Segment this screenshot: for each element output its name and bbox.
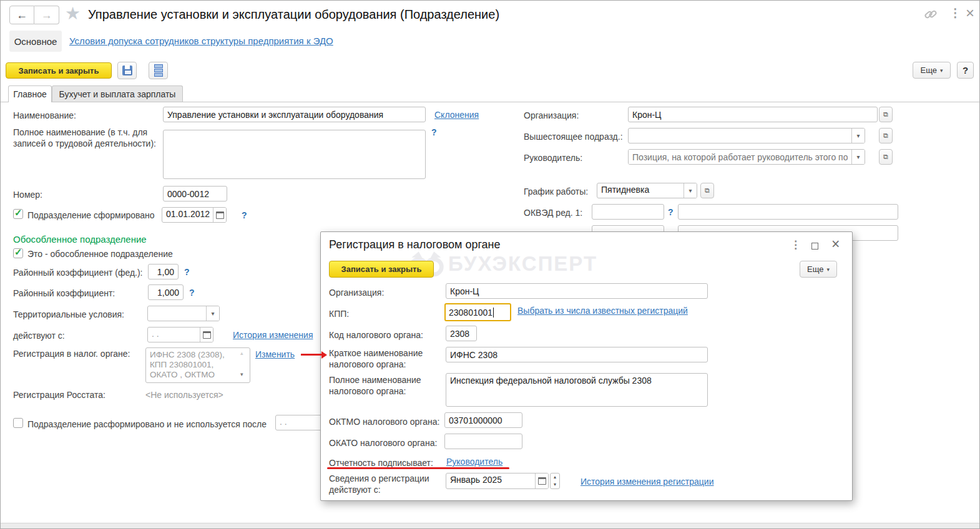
structure-button[interactable] bbox=[149, 62, 168, 79]
parent-unit-combo[interactable]: ▾ bbox=[628, 128, 865, 143]
scroll-up-icon[interactable]: ▴ bbox=[240, 350, 243, 356]
window-menu-kebab-icon[interactable]: ⋮ bbox=[949, 6, 961, 20]
spinner-up-icon[interactable]: ▴ bbox=[554, 475, 556, 480]
disbanded-label: Подразделение расформировано и не исполь… bbox=[27, 419, 267, 430]
open-icon: ⧉ bbox=[883, 110, 888, 119]
tab-accounting-label: Бухучет и выплата зарплаты bbox=[59, 89, 176, 99]
window: ← → ★ Управление установки и эксплуатаци… bbox=[0, 0, 980, 529]
dropdown-button[interactable]: ▾ bbox=[851, 129, 865, 143]
dropdown-button[interactable]: ▾ bbox=[684, 183, 697, 198]
rosstat-value: <Не используется> bbox=[145, 390, 223, 400]
full-name-textarea[interactable] bbox=[163, 130, 426, 179]
dialog-reg-valid-date-field[interactable]: Январь 2025 bbox=[446, 473, 549, 489]
calendar-button[interactable] bbox=[213, 208, 226, 222]
help-label: ? bbox=[963, 65, 968, 75]
formed-help-icon[interactable]: ? bbox=[242, 210, 247, 220]
back-icon: ← bbox=[16, 9, 27, 22]
organization-input[interactable] bbox=[628, 107, 878, 122]
formed-date-field[interactable]: 01.01.2012 bbox=[162, 207, 227, 223]
nav-edo-link[interactable]: Условия допуска сотрудников структуры пр… bbox=[69, 36, 333, 46]
dialog-more-button[interactable]: Еще▾ bbox=[800, 261, 837, 278]
more-button[interactable]: Еще▾ bbox=[913, 62, 951, 79]
nav-main-chip[interactable]: Основное bbox=[9, 31, 62, 52]
organization-label: Организация: bbox=[524, 110, 579, 122]
schedule-combo[interactable]: Пятидневка ▾ bbox=[597, 183, 697, 198]
chevron-down-icon: ▾ bbox=[940, 67, 943, 74]
okved1-help-icon[interactable]: ? bbox=[668, 207, 674, 217]
change-tax-reg-link[interactable]: Изменить bbox=[255, 349, 295, 359]
window-close-icon[interactable]: × bbox=[966, 4, 974, 22]
okved1-code-input[interactable] bbox=[592, 204, 664, 220]
full-name-help-icon[interactable]: ? bbox=[431, 127, 437, 137]
forward-icon: → bbox=[41, 9, 52, 22]
registration-history-link[interactable]: История изменения регистрации bbox=[581, 477, 714, 487]
dropdown-button[interactable]: ▾ bbox=[851, 150, 865, 164]
coeff-help-icon[interactable]: ? bbox=[189, 288, 195, 298]
dialog-reg-valid-value: Январь 2025 bbox=[446, 473, 535, 488]
parent-unit-open-button[interactable]: ⧉ bbox=[879, 128, 893, 143]
formed-checkbox[interactable]: ✓ bbox=[13, 209, 23, 219]
dialog-kebab-icon[interactable]: ⋮ bbox=[790, 238, 801, 251]
dialog-organization-label: Организация: bbox=[329, 287, 384, 298]
coeff-input[interactable] bbox=[148, 284, 184, 300]
okved1-name-input[interactable] bbox=[678, 204, 898, 220]
choose-registration-link[interactable]: Выбрать из числа известных регистраций bbox=[517, 306, 688, 316]
calendar-button[interactable] bbox=[200, 328, 213, 342]
favorite-star-icon[interactable]: ★ bbox=[65, 3, 81, 24]
dialog-kpp-label: КПП: bbox=[329, 308, 349, 319]
save-button[interactable] bbox=[117, 62, 137, 79]
nav-main-label: Основное bbox=[14, 36, 57, 47]
manager-input[interactable] bbox=[629, 150, 851, 164]
name-input[interactable] bbox=[163, 107, 426, 122]
territorial-combo[interactable]: ▾ bbox=[147, 306, 220, 321]
tax-registration-dialog: БУХЭКСПЕРТ Регистрация в налоговом орган… bbox=[320, 231, 853, 501]
dropdown-button[interactable]: ▾ bbox=[206, 306, 219, 321]
save-and-close-button[interactable]: Записать и закрыть bbox=[6, 62, 112, 79]
dialog-okato-label: ОКАТО налогового органа: bbox=[329, 437, 437, 449]
separate-unit-checkbox[interactable]: ✓ bbox=[13, 248, 23, 258]
dialog-okato-input[interactable] bbox=[444, 434, 522, 449]
schedule-open-button[interactable]: ⧉ bbox=[700, 183, 714, 198]
dialog-save-and-close-button[interactable]: Записать и закрыть bbox=[329, 261, 434, 278]
declension-link[interactable]: Склонения bbox=[434, 110, 479, 120]
valid-from-date-field[interactable]: . . bbox=[147, 327, 213, 342]
disbanded-checkbox[interactable] bbox=[13, 418, 23, 428]
number-input[interactable] bbox=[163, 186, 227, 201]
coeff-fed-help-icon[interactable]: ? bbox=[184, 267, 190, 277]
chevron-down-icon: ▾ bbox=[211, 310, 214, 317]
dialog-tax-code-input[interactable] bbox=[446, 326, 477, 341]
forward-button[interactable]: → bbox=[34, 6, 59, 24]
back-button[interactable]: ← bbox=[9, 6, 34, 24]
coeff-fed-input[interactable] bbox=[148, 264, 179, 279]
help-button[interactable]: ? bbox=[957, 62, 974, 79]
signs-manager-link[interactable]: Руководитель bbox=[446, 457, 502, 467]
scroll-down-icon[interactable]: ▾ bbox=[240, 371, 243, 377]
tab-accounting[interactable]: Бухучет и выплата зарплаты bbox=[52, 85, 183, 102]
dialog-oktmo-input[interactable] bbox=[444, 412, 522, 428]
manager-label: Руководитель: bbox=[524, 153, 582, 164]
dialog-tax-code-label: Код налогового органа: bbox=[329, 329, 423, 341]
dialog-save-and-close-label: Записать и закрыть bbox=[341, 264, 422, 274]
dialog-full-name-textarea[interactable]: Инспекция федеральной налоговой службы 2… bbox=[446, 373, 708, 407]
dialog-maximize-icon[interactable] bbox=[811, 241, 818, 252]
calendar-button[interactable] bbox=[535, 473, 548, 488]
annotation-underline bbox=[327, 467, 509, 469]
manager-open-button[interactable]: ⧉ bbox=[879, 149, 893, 165]
organization-open-button[interactable]: ⧉ bbox=[879, 107, 893, 122]
watermark-text: БУХЭКСПЕРТ bbox=[448, 252, 597, 276]
dialog-short-name-input[interactable] bbox=[446, 347, 708, 362]
dialog-organization-input[interactable] bbox=[446, 283, 708, 299]
tab-main[interactable]: Главное bbox=[8, 85, 52, 102]
history-change-link[interactable]: История изменения bbox=[233, 330, 313, 340]
disbanded-date-field[interactable]: . . bbox=[275, 415, 324, 430]
manager-combo[interactable]: ▾ bbox=[628, 149, 865, 165]
tax-reg-line3: ОКАТО , ОКТМО bbox=[150, 370, 238, 380]
more-label: Еще bbox=[921, 66, 937, 75]
spinner-down-icon[interactable]: ▾ bbox=[554, 482, 556, 487]
date-spinner[interactable]: ▴ ▾ bbox=[550, 473, 560, 489]
dialog-kpp-input[interactable]: 230801001 bbox=[444, 303, 511, 321]
tax-reg-label: Регистрация в налог. органе: bbox=[13, 349, 130, 360]
dialog-close-icon[interactable]: × bbox=[831, 236, 840, 253]
valid-from-value: . . bbox=[148, 328, 200, 342]
get-link-icon[interactable] bbox=[923, 7, 938, 24]
